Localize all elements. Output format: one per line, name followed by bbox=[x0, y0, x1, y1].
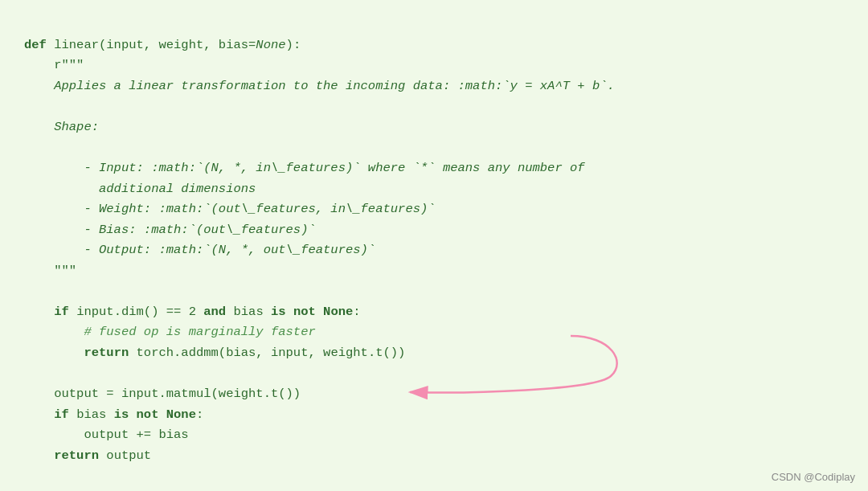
output-plus-bias: output += bias bbox=[24, 428, 189, 442]
function-signature: linear(input, weight, bias=None): bbox=[47, 38, 301, 52]
docstring-output: - Output: :math:`(N, *, out\_features)` bbox=[24, 243, 375, 257]
code-block: def linear(input, weight, bias=None): r"… bbox=[24, 14, 844, 487]
keyword-def: def bbox=[24, 38, 47, 52]
docstring-line1: Applies a linear transformation to the i… bbox=[24, 79, 615, 93]
docstring-weight: - Weight: :math:`(out\_features, in\_fea… bbox=[24, 202, 436, 216]
docstring-bias: - Bias: :math:`(out\_features)` bbox=[24, 223, 316, 237]
comment-line: # fused op is marginally faster bbox=[24, 325, 316, 339]
docstring-input: - Input: :math:`(N, *, in\_features)` wh… bbox=[24, 161, 585, 175]
docstring-close: """ bbox=[24, 264, 76, 278]
if-statement: if input.dim() == 2 and bias is not None… bbox=[24, 305, 361, 319]
docstring-input-cont: additional dimensions bbox=[24, 182, 256, 196]
if-bias: if bias is not None: bbox=[24, 407, 203, 422]
code-container: def linear(input, weight, bias=None): r"… bbox=[0, 0, 868, 491]
return-addmm: return torch.addmm(bias, input, weight.t… bbox=[24, 346, 405, 360]
docstring-open: r""" bbox=[24, 58, 84, 72]
docstring-shape-label: Shape: bbox=[24, 120, 99, 134]
watermark-label: CSDN @Codiplay bbox=[772, 471, 855, 483]
output-assignment: output = input.matmul(weight.t()) bbox=[24, 387, 301, 401]
return-output: return output bbox=[24, 448, 151, 463]
